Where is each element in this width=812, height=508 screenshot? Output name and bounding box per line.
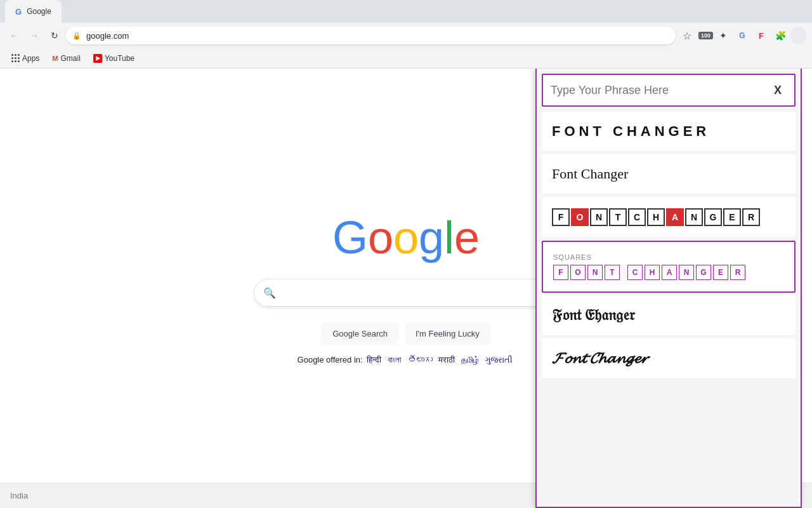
sq-G: G [696, 265, 711, 280]
google-ext-button[interactable]: G [733, 27, 751, 44]
youtube-label: YouTube [105, 54, 134, 63]
search-magnifier-icon: 🔍 [263, 287, 276, 299]
box-H: H [647, 208, 665, 226]
profile-button[interactable] [790, 27, 807, 44]
refresh-button[interactable]: ↻ [46, 27, 63, 44]
active-tab[interactable]: G Google [5, 0, 62, 23]
lang-gujarati[interactable]: ગુજરાતી [485, 355, 513, 364]
panel-header: X [542, 74, 796, 107]
box-G: G [704, 208, 722, 226]
logo-e: e [454, 211, 480, 264]
logo-o2: o [393, 211, 419, 264]
lang-hindi[interactable]: हिन्दी [367, 355, 381, 364]
forward-button[interactable]: → [25, 27, 43, 44]
address-bar-wrap: 🔒 [66, 27, 676, 44]
phrase-input[interactable] [551, 84, 769, 97]
font-style-6-text: 𝓕𝓸𝓷𝓽 𝓒𝓱𝓪𝓷𝓰𝓮𝓻 [552, 350, 785, 367]
bookmark-youtube[interactable]: YouTube [88, 51, 140, 65]
footer-country: India [10, 491, 28, 500]
bookmark-star-button[interactable]: ☆ [678, 27, 696, 44]
sq-F: F [553, 265, 568, 280]
main-content: G o o g l e 🔍 🎤 Google Search I'm Feelin… [0, 69, 812, 508]
sq-R: R [730, 265, 745, 280]
lang-telugu[interactable]: తెలుగు [408, 355, 433, 364]
lang-bengali[interactable]: বাংলা [388, 355, 402, 364]
bookmark-apps[interactable]: Apps [6, 51, 44, 65]
panel-close-button[interactable]: X [769, 81, 787, 100]
logo-o1: o [368, 211, 393, 264]
sq-N: N [679, 265, 694, 280]
font-style-5-text: 𝔉𝔬𝔫𝔱 𝔈𝔥𝔞𝔫𝔤𝔢𝔯 [552, 307, 785, 324]
sq-A: A [662, 265, 677, 280]
sq-E: E [713, 265, 728, 280]
font-style-script[interactable]: 𝓕𝓸𝓷𝓽 𝓒𝓱𝓪𝓷𝓰𝓮𝓻 [542, 338, 796, 379]
search-input[interactable] [282, 287, 530, 298]
apps-label: Apps [22, 54, 39, 63]
box-F: F [552, 208, 570, 226]
back-button[interactable]: ← [5, 27, 23, 44]
font-styles-list[interactable]: FONT CHANGER Font Changer F O N T C H A … [537, 109, 801, 507]
gmail-icon: M [52, 55, 58, 62]
logo-g: G [332, 211, 368, 264]
tab-favicon: G [15, 7, 22, 17]
tab-title: Google [27, 7, 51, 16]
sq-T: T [605, 265, 620, 280]
font-style-gothic[interactable]: 𝔉𝔬𝔫𝔱 𝔈𝔥𝔞𝔫𝔤𝔢𝔯 [542, 295, 796, 336]
font-style-1-text: FONT CHANGER [552, 123, 785, 140]
lang-tamil[interactable]: தமிழ் [461, 355, 479, 364]
puzzle-ext-button[interactable]: 🧩 [771, 27, 789, 44]
font-style-squares[interactable]: SQUARES F O N T C H A N G E R [542, 241, 796, 293]
box-T: T [609, 208, 627, 226]
search-buttons: Google Search I'm Feeling Lucky [322, 322, 490, 345]
font-style-3-text: F O N T C H A N G E R [552, 208, 785, 226]
google-logo: G o o g l e [332, 211, 480, 264]
squares-label: SQUARES [553, 253, 784, 261]
bookmarks-bar: Apps M Gmail YouTube [0, 48, 812, 69]
star-icon: ☆ [683, 30, 691, 42]
google-color-icon: G [739, 31, 745, 40]
box-N: N [590, 208, 608, 226]
font-ext-button[interactable]: F [752, 27, 770, 44]
logo-l: l [444, 211, 454, 264]
font-icon: F [759, 31, 764, 41]
offered-prefix: Google offered in: [298, 355, 363, 364]
box-C: C [628, 208, 646, 226]
search-bar-container: 🔍 🎤 [254, 279, 558, 307]
squares-text: F O N T C H A N G E R [553, 265, 784, 280]
sq-H: H [645, 265, 660, 280]
youtube-icon [93, 54, 102, 63]
feather-ext-button[interactable]: ✦ [714, 27, 732, 44]
sq-space [622, 265, 625, 280]
lucky-button[interactable]: I'm Feeling Lucky [405, 322, 490, 345]
toolbar: ← → ↻ 🔒 ☆ 100 ✦ G F 🧩 [0, 23, 812, 48]
font-changer-panel: X FONT CHANGER Font Changer F O N T C H [535, 69, 802, 508]
font-style-serif[interactable]: Font Changer [542, 154, 796, 194]
gmail-label: Gmail [61, 54, 81, 63]
browser-chrome: G Google ← → ↻ 🔒 ☆ 100 ✦ G F 🧩 [0, 0, 812, 69]
logo-g2: g [419, 211, 444, 264]
tab-bar: G Google [0, 0, 812, 23]
google-offered: Google offered in: हिन्दी বাংলা తెలుగు म… [298, 355, 515, 365]
extensions-area: 100 ✦ G F 🧩 [698, 27, 807, 44]
box-R: R [742, 208, 760, 226]
lock-icon: 🔒 [72, 32, 81, 40]
box-E: E [723, 208, 741, 226]
box-N: N [685, 208, 703, 226]
font-style-wide-caps[interactable]: FONT CHANGER [542, 112, 796, 152]
feather-icon: ✦ [719, 30, 727, 41]
puzzle-icon: 🧩 [775, 30, 786, 41]
num-badge-ext[interactable]: 100 [698, 32, 713, 39]
box-O: O [571, 208, 589, 226]
apps-icon [11, 54, 20, 62]
google-search-button[interactable]: Google Search [322, 322, 398, 345]
box-A: A [666, 208, 684, 226]
font-style-boxed[interactable]: F O N T C H A N G E R [542, 197, 796, 238]
sq-N: N [587, 265, 603, 280]
bookmark-gmail[interactable]: M Gmail [47, 51, 86, 65]
address-bar[interactable] [66, 27, 676, 44]
font-style-2-text: Font Changer [552, 166, 785, 182]
sq-O: O [570, 265, 586, 280]
sq-C: C [627, 265, 643, 280]
lang-marathi[interactable]: मराठी [438, 355, 455, 364]
